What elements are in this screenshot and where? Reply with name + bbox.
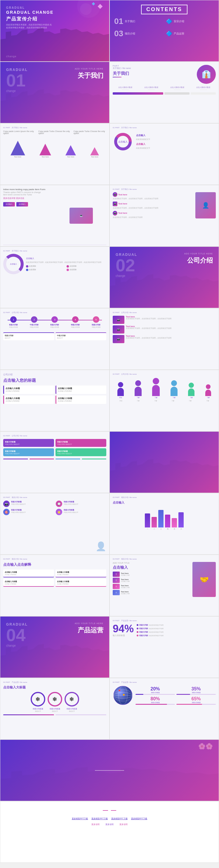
about-avatar: 👔 — [197, 65, 216, 84]
svg-text:点击输入: 点击输入 — [118, 141, 128, 143]
cover-title: GRADUAL CHANGE — [6, 10, 103, 15]
part-label-steps: 02 PART 公司介绍 / file name — [3, 311, 106, 314]
contents-item-4: 🔷 产品运营 — [166, 29, 215, 38]
stat-label-4: 点击人数统计数据 — [191, 86, 216, 89]
stat-label-3: 点击人数统计数据 — [165, 86, 190, 89]
part-label-circons: 04 PART 产品运营 / file name — [3, 681, 106, 684]
footer-link-1[interactable]: 更多精彩PPT下载 — [72, 817, 88, 820]
part-label-globe: 04 PART 产品运营 / file name — [113, 681, 216, 684]
percent-80: 80% — [135, 696, 175, 702]
slide-thankyou: 🌸🌸 — [0, 740, 219, 801]
click-input-2[interactable]: 点击输入 — [136, 143, 216, 146]
click-input-title[interactable]: 点击输入您的标题 — [3, 378, 106, 383]
circle-label: 点击输入 — [9, 263, 18, 266]
tri-label-4: Text here — [90, 156, 99, 158]
slide-pyramid: 01 PART 关于我们 / file name Copy paste Lore… — [0, 123, 110, 185]
contents-item-2: 🔷 安宗介绍 — [166, 17, 215, 26]
text-desc-2: 点击添加文字说明，点击添加文字说明，点击添加文字说明 — [113, 207, 193, 209]
part-label-clickdesc: 03 PART 项目介绍 / file name — [3, 558, 106, 560]
section1-main-title: 关于我们 — [75, 71, 103, 80]
percent-35: 35% — [176, 686, 216, 691]
slide-section4: GRADUAL 04 change ADD YOUR TITLE HERE 产品… — [0, 616, 110, 678]
stat-label-1: 点击人数统计数据 — [113, 86, 137, 89]
text-here-label: Text here — [118, 194, 127, 196]
contents-title: CONTENTS — [146, 6, 182, 12]
laptop-placeholder: 💻 — [69, 208, 93, 224]
add-title-label: ADD YOUR TITLE — [113, 562, 190, 564]
slide-section2: GRADUAL 02 change ADD YOUR TITLE HERE 公司… — [110, 247, 219, 308]
about-title: 关于我们 — [113, 71, 131, 76]
desc-left: Copy paste Lorem Ipsum the only option — [3, 130, 36, 134]
click-input-desc[interactable]: 点击输入点击解释 — [3, 562, 106, 567]
slide-click-input: 公司介绍 点击输入您的标题 点击输入大标题 点击输入内容描述 点击输入大标题 点… — [0, 370, 110, 431]
tri-label-3: Text here — [65, 156, 76, 158]
text-here-label3: Text here — [118, 212, 127, 214]
cover-subtitle: 产品宣传介绍 — [6, 16, 103, 22]
slide-click-desc: 03 PART 项目介绍 / file name 点击输入点击解释 点击输入大标… — [0, 555, 110, 616]
section2-main-title: 公司介绍 — [184, 256, 213, 265]
footer-link-2[interactable]: 更多精彩PPT下载 — [91, 817, 108, 820]
part-label-people: 02 PART 公司介绍 / file name — [113, 373, 216, 376]
globe-visual — [113, 685, 133, 706]
slide-text-boxes: 02 PART 公司介绍 / file name 📷 Text here 点击添… — [110, 308, 219, 370]
file-name: 关于我们 / file name — [113, 67, 131, 70]
part-label-proj: 03 PART 项目介绍 / file name — [3, 496, 106, 499]
text-desc-3: 点击添加文字说明，点击添加文字说明 — [113, 216, 193, 219]
slide-text-info: 01 PART 关于我们 / file name 📷 Text here 点击添… — [110, 185, 219, 247]
section4-main-title: 产品运营 — [75, 626, 103, 634]
slide-contents: CONTENTS 01 关于我们 🔷 安宗介绍 03 项目介绍 🔷 产品运 — [110, 0, 219, 62]
part-label-puzzle: 02 PART 公司介绍 / file name — [3, 435, 106, 437]
slide-cover: GRADUAL GRADUAL CHANGE 产品宣传介绍 此处添加详细文本描述… — [0, 0, 110, 62]
footer-link-3[interactable]: 更多精彩PPT下载 — [111, 817, 128, 820]
slide-footer: — — 更多精彩PPT下载 更多精彩PPT下载 更多精彩PPT下载 更多精彩PP… — [0, 801, 219, 863]
big-percent: 94% — [113, 624, 134, 634]
click-input-btn1[interactable]: 点击输入 — [3, 202, 15, 207]
slide-about-title: Inline more testing copy paste item Form… — [0, 185, 110, 247]
part-label-textboxes: 02 PART 公司介绍 / file name — [113, 311, 216, 314]
circ-click-input[interactable]: 点击输入大标题 — [3, 685, 106, 689]
part-label-bars: 03 PART 项目介绍 / file name — [113, 496, 216, 499]
company-label: 公司介绍 — [3, 373, 106, 376]
click-input-1[interactable]: 点击输入 — [136, 134, 216, 137]
slide-about-photo: PART 关于我们 / file name 关于我们 👔 点击人数统计数据 ——… — [110, 62, 219, 123]
donut-chart: 点击输入 — [113, 131, 133, 152]
puzzle-2: 初级大列标题 中国公司简介描述文字 — [56, 439, 106, 447]
tri-label-1: Text here — [10, 156, 25, 158]
slide-section3 — [110, 431, 219, 493]
tri-label-2: Text here — [39, 156, 51, 158]
photo-blocks: 🤝 — [192, 562, 216, 597]
contents-item-3: 03 项目介绍 — [114, 29, 163, 38]
bars-title: 点击输入 — [113, 501, 216, 505]
slide-people: 02 PART 公司介绍 / file name 开始 了解 了解 — [110, 370, 219, 431]
contents-item-1: 01 关于我们 — [114, 17, 163, 26]
part-label-text: 01 PART 关于我们 / file name — [113, 188, 216, 191]
desc-mid: Copy paste Turbo Choose the only option — [38, 130, 71, 134]
gradual-label: GRADUAL — [6, 6, 103, 9]
about-body: Inline more testing copy paste item Form — [3, 188, 54, 191]
footer-link-4[interactable]: 更多精彩PPT下载 — [131, 817, 148, 820]
section1-add-title: ADD YOUR TITLE HERE — [75, 68, 103, 70]
text-desc-1: 点击添加文字说明，点击添加文字说明，点击添加文字说明 — [113, 198, 193, 200]
cover-desc: 此处添加详细文本描述，此处添加详细文本描述 此处添加详细文本描述，此处添加详细文… — [6, 23, 53, 29]
slide-circular-icons: 04 PART 产品运营 / file name 点击输入大标题 ❄ 初级大列标… — [0, 678, 110, 740]
part-label-textblocks: 03 PART 项目介绍 / file name — [113, 558, 216, 560]
puzzle-3: 初级大列标题 中国公司简介描述文字 — [3, 448, 54, 456]
slide-company-steps: 02 PART 公司介绍 / file name 1 初级大列标 中国公司详情 … — [0, 308, 110, 370]
section4-add-title: ADD YOUR TITLE HERE — [75, 622, 103, 624]
stat-label-2: 点击人数统计数据 — [139, 86, 163, 89]
part-label: PART — [113, 65, 131, 67]
slide-percent: 04 PART 产品运营 / file name 94% 输入你的标题 初级大列… — [110, 616, 219, 678]
percent-65: 65% — [176, 696, 216, 702]
slide-bars: 03 PART 项目介绍 / file name 点击输入 一 二 三 四 五 — [110, 493, 219, 555]
slide-project-icons: 03 PART 项目介绍 / file name 📷 初级大列标题 中国公司简介… — [0, 493, 110, 555]
slide-text-blocks: 03 PART 项目介绍 / file name ADD YOUR TITLE … — [110, 555, 219, 616]
slide-globe: 04 PART 产品运营 / file name — [110, 678, 219, 740]
desc-right: Copy paste Turbo Choose the only option — [73, 130, 106, 134]
part-label-circle: 01 PART 关于我们 / file name — [3, 250, 106, 252]
percent-20: 20% — [135, 686, 175, 691]
click-input-btn2[interactable]: 点击输入 — [17, 202, 28, 207]
part-label-pyramid: 01 PART 关于我们 / file name — [3, 126, 106, 129]
click-input-blocks[interactable]: 点击输入 — [113, 565, 190, 570]
slide-section1: GRADUAL 01 change ADD YOUR TITLE HERE 关于… — [0, 62, 110, 123]
slide-puzzle: 02 PART 公司介绍 / file name 初级大列标题 中国公司简介描述… — [0, 431, 110, 493]
